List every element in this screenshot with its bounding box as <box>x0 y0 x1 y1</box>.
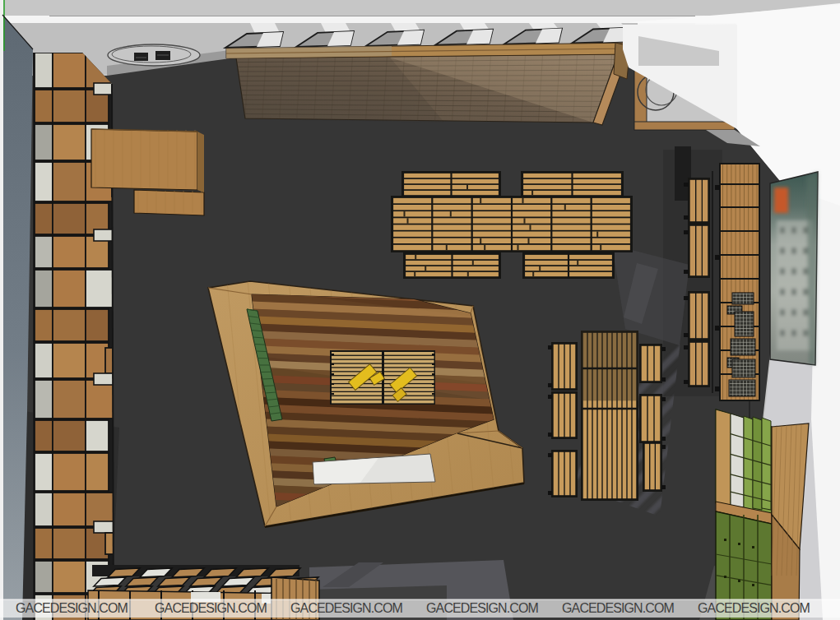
svg-text:GACEDESIGN.COM: GACEDESIGN.COM <box>155 601 267 615</box>
svg-text:GACEDESIGN.COM: GACEDESIGN.COM <box>426 601 538 615</box>
svg-text:GACEDESIGN.COM: GACEDESIGN.COM <box>16 601 128 615</box>
svg-text:GACEDESIGN.COM: GACEDESIGN.COM <box>698 601 810 615</box>
svg-text:GACEDESIGN.COM: GACEDESIGN.COM <box>562 601 674 615</box>
svg-text:GACEDESIGN.COM: GACEDESIGN.COM <box>290 601 402 615</box>
